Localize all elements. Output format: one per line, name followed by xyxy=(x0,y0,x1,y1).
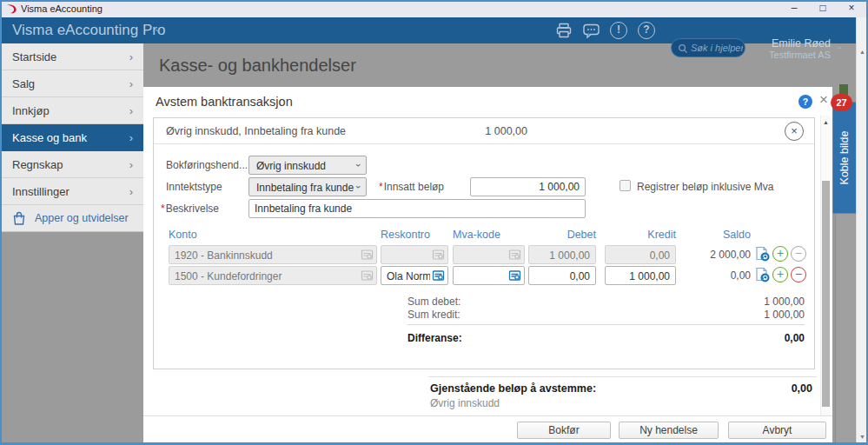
attachment-panel-edge xyxy=(835,213,855,445)
differanse-label: Differanse: xyxy=(407,332,462,344)
journal-entry-icon[interactable] xyxy=(754,246,771,262)
user-name: Emilie Røed xyxy=(747,37,831,50)
reskontro-field[interactable]: Ola Norman xyxy=(381,266,448,285)
remaining-value: 0,00 xyxy=(699,382,812,395)
deposit-amount-label-text: Innsatt beløp xyxy=(384,181,444,193)
sidebar-item-salg[interactable]: Salg › xyxy=(0,70,143,97)
chevron-right-icon: › xyxy=(129,104,133,117)
column-header-reskontro: Reskontro xyxy=(381,229,430,241)
transaction-summary-text: Øvrig innskudd, Innbetaling fra kunde xyxy=(166,125,346,137)
sidebar-item-label: Regnskap xyxy=(12,158,63,171)
feedback-chat-icon[interactable] xyxy=(582,22,600,39)
notifications-icon[interactable]: ! xyxy=(610,22,627,39)
sidebar-item-innkjop[interactable]: Innkjøp › xyxy=(0,97,143,124)
window-scrollbar[interactable]: ▲ ▼ xyxy=(856,17,868,445)
chevron-down-icon: › xyxy=(354,163,364,167)
scroll-up-icon[interactable]: ▲ xyxy=(859,49,865,55)
bokfor-button[interactable]: Bokfør xyxy=(517,422,611,439)
modal-title: Avstem banktransaksjon xyxy=(156,95,293,109)
shopping-bag-icon xyxy=(12,211,26,226)
sidebar-item-startside[interactable]: Startside › xyxy=(0,43,143,70)
lookup-icon xyxy=(361,249,374,262)
sum-debet-label: Sum debet: xyxy=(407,296,461,308)
debet-value: 1 000,00 xyxy=(534,249,590,262)
modal-scrollbar[interactable]: ▲ xyxy=(820,116,831,415)
mva-field[interactable] xyxy=(453,266,525,285)
reconcile-modal: Avstem banktransaksjon ? × ▲ Øvrig innsk… xyxy=(143,87,832,445)
sum-kredit-value: 1 000,00 xyxy=(718,309,805,321)
page-title: Kasse- og bankhendelser xyxy=(159,56,356,76)
avbryt-button[interactable]: Avbryt xyxy=(728,422,826,439)
income-type-dropdown[interactable]: Innbetaling fra kunde › xyxy=(248,177,367,196)
remove-transaction-icon[interactable]: × xyxy=(785,122,804,141)
mva-field xyxy=(453,245,525,264)
remove-row-icon[interactable]: − xyxy=(791,246,806,262)
description-label-text: Beskrivelse xyxy=(166,203,219,215)
transaction-summary-amount: 1 000,00 xyxy=(441,125,527,137)
sum-kredit-label: Sum kredit: xyxy=(407,309,461,321)
debet-value: 0,00 xyxy=(534,270,590,282)
sidebar-item-apper-og-utvidelser[interactable]: Apper og utvidelser xyxy=(0,205,143,232)
column-header-saldo: Saldo xyxy=(699,229,751,241)
modal-close-icon[interactable]: × xyxy=(819,91,828,109)
modal-scrollbar-thumb[interactable] xyxy=(822,181,830,407)
sidebar-item-regnskap[interactable]: Regnskap › xyxy=(0,151,143,178)
print-icon[interactable] xyxy=(555,22,573,39)
ny-hendelse-button[interactable]: Ny hendelse xyxy=(619,422,719,439)
debet-field[interactable]: 0,00 xyxy=(528,266,596,285)
window-close-button[interactable]: × xyxy=(842,0,861,17)
lookup-icon[interactable] xyxy=(432,269,445,282)
saldo-value: 2 000,00 xyxy=(681,249,751,261)
app-name[interactable]: Visma eAccounting Pro xyxy=(12,22,165,39)
lookup-icon xyxy=(432,249,445,262)
help-icon[interactable]: ? xyxy=(638,22,655,39)
sidebar-item-label: Innkjøp xyxy=(12,104,50,117)
lookup-icon xyxy=(508,249,521,262)
user-menu[interactable]: Emilie Røed Testfirmaet AS xyxy=(747,37,831,60)
sidebar-item-label: Kasse og bank xyxy=(12,131,87,144)
transaction-card: Øvrig innskudd, Innbetaling fra kunde 1 … xyxy=(153,117,815,369)
journal-entry-icon[interactable] xyxy=(754,267,771,283)
required-mark: * xyxy=(379,181,383,193)
sidebar-item-innstillinger[interactable]: Innstillinger › xyxy=(0,178,143,205)
add-row-icon[interactable]: + xyxy=(772,267,788,282)
user-chevron-down-icon[interactable]: › xyxy=(835,46,845,50)
sidebar-item-kasse-og-bank[interactable]: Kasse og bank › xyxy=(0,124,143,151)
sidebar-item-label: Apper og utvidelser xyxy=(35,212,129,224)
required-mark: * xyxy=(161,203,165,215)
remaining-divider xyxy=(428,376,817,377)
chevron-right-icon: › xyxy=(129,50,133,63)
sum-debet-value: 1 000,00 xyxy=(718,296,805,308)
window-maximize-button[interactable]: □ xyxy=(813,0,832,17)
reskontro-field xyxy=(381,245,448,264)
notification-badge: 27 xyxy=(831,94,852,111)
add-row-icon[interactable]: + xyxy=(772,246,788,262)
sidebar: Startside › Salg › Innkjøp › Kasse og ba… xyxy=(0,43,143,445)
debet-field: 1 000,00 xyxy=(528,245,596,264)
chevron-down-icon: › xyxy=(354,185,364,189)
window-minimize-button[interactable]: – xyxy=(785,0,804,17)
scroll-up-icon[interactable]: ▲ xyxy=(823,119,829,125)
kredit-field[interactable]: 1 000,00 xyxy=(605,266,676,285)
sidebar-item-label: Innstillinger xyxy=(12,185,70,198)
search-input[interactable] xyxy=(691,40,743,56)
konto-field: 1920 - Bankinnskudd xyxy=(169,245,377,264)
lookup-icon[interactable] xyxy=(508,269,521,282)
deposit-amount-input[interactable] xyxy=(470,177,586,196)
income-type-value: Innbetaling fra kunde xyxy=(256,182,354,194)
column-header-mva: Mva-kode xyxy=(453,229,500,241)
vat-inclusive-checkbox[interactable] xyxy=(620,180,631,191)
column-header-debet: Debet xyxy=(528,229,596,241)
remove-row-icon[interactable]: − xyxy=(791,267,806,282)
event-type-dropdown[interactable]: Øvrig innskudd › xyxy=(248,156,367,175)
chevron-down-icon[interactable]: › xyxy=(152,29,164,32)
description-input[interactable] xyxy=(248,199,586,218)
modal-help-icon[interactable]: ? xyxy=(798,95,812,109)
transaction-summary-row: Øvrig innskudd, Innbetaling fra kunde 1 … xyxy=(154,118,814,144)
koble-bilde-tab[interactable]: Koble bilde xyxy=(833,103,857,214)
event-type-value: Øvrig innskudd xyxy=(256,160,326,172)
sidebar-item-label: Startside xyxy=(12,50,56,63)
kredit-value: 0,00 xyxy=(611,249,670,262)
scroll-down-icon[interactable]: ▼ xyxy=(859,434,865,440)
sidebar-item-label: Salg xyxy=(12,77,35,90)
